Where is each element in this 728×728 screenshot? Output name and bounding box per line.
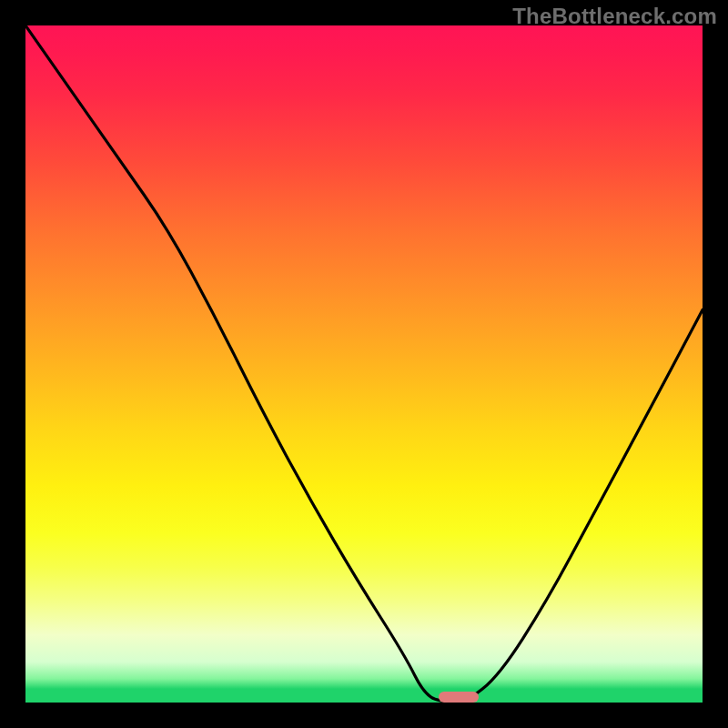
curve-path xyxy=(25,25,703,703)
plot-area xyxy=(25,25,703,703)
optimal-marker xyxy=(439,692,480,703)
watermark-text: TheBottleneck.com xyxy=(512,4,717,29)
chart-frame: TheBottleneck.com xyxy=(0,0,728,728)
bottleneck-curve xyxy=(25,25,703,703)
